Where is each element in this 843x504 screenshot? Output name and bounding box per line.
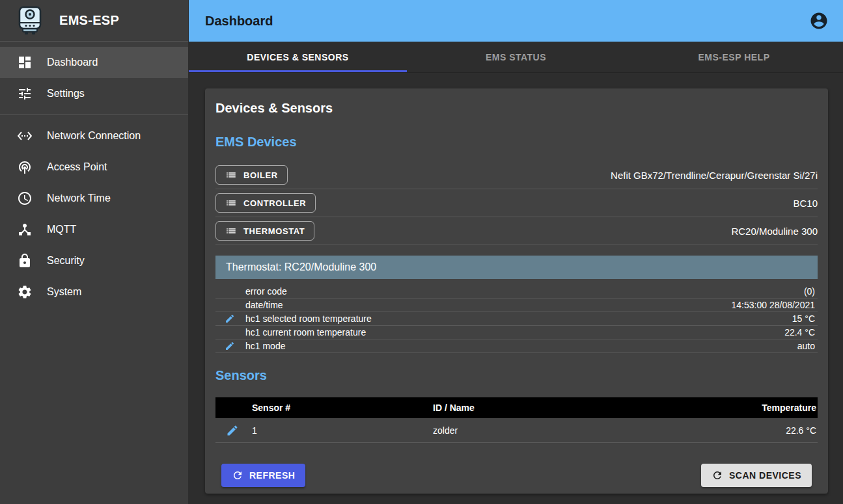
sensor-table-header: Sensor # ID / Name Temperature (215, 397, 818, 418)
sidebar-item-label: Security (47, 255, 85, 267)
devices-sensors-card: Devices & Sensors EMS Devices BOILER Nef… (205, 88, 828, 494)
refresh-icon (232, 470, 243, 481)
ethernet-icon (17, 128, 33, 144)
tabbar: DEVICES & SENSORS EMS STATUS EMS-ESP HEL… (189, 42, 843, 73)
device-button-label: CONTROLLER (243, 198, 306, 208)
app-title: EMS-ESP (59, 13, 119, 28)
tune-icon (17, 86, 33, 101)
wifi-tethering-icon (17, 159, 33, 175)
row-value: 15 °C (792, 313, 818, 324)
scan-devices-button[interactable]: SCAN DEVICES (701, 464, 812, 487)
device-list: BOILER Nefit GBx72/Trendline/Cerapur/Gre… (215, 161, 818, 245)
column-header-sensor: Sensor # (252, 403, 433, 413)
gear-icon (17, 284, 33, 300)
tab-ems-status[interactable]: EMS STATUS (407, 42, 625, 72)
thermostat-button[interactable]: THERMOSTAT (215, 221, 314, 241)
table-row: hc1 mode auto (215, 339, 818, 353)
device-button-label: THERMOSTAT (243, 226, 305, 236)
row-value: 14:53:00 28/08/2021 (732, 300, 818, 310)
sidebar-item-label: Access Point (47, 161, 107, 173)
tab-devices-sensors[interactable]: DEVICES & SENSORS (189, 42, 407, 72)
device-value: RC20/Moduline 300 (731, 226, 818, 237)
sensor-temperature: 22.6 °C (687, 425, 818, 436)
lock-icon (17, 253, 33, 269)
sensors-heading: Sensors (215, 366, 818, 384)
content: Devices & Sensors EMS Devices BOILER Nef… (189, 73, 843, 504)
card-title: Devices & Sensors (215, 99, 818, 117)
row-value: 22.4 °C (784, 327, 818, 338)
table-row: 1 zolder 22.6 °C (215, 418, 818, 443)
list-icon (225, 197, 237, 209)
edit-pencil-icon[interactable] (225, 341, 235, 351)
appbar: Dashboard (189, 0, 843, 42)
account-circle-icon[interactable] (809, 11, 829, 31)
list-icon (225, 169, 237, 181)
page-title: Dashboard (205, 14, 809, 29)
edit-cell (215, 341, 245, 351)
edit-pencil-icon[interactable] (225, 313, 235, 324)
edit-cell (215, 313, 245, 324)
row-label: hc1 current room temperature (245, 327, 784, 338)
list-icon (225, 225, 237, 237)
boiler-icon (17, 6, 43, 36)
thermostat-panel-header: Thermostat: RC20/Moduline 300 (215, 256, 818, 279)
thermostat-table: error code (0) date/time 14:53:00 28/08/… (215, 285, 818, 353)
sidebar-divider (0, 114, 188, 115)
device-value: Nefit GBx72/Trendline/Cerapur/Greenstar … (611, 170, 818, 181)
device-row-thermostat: THERMOSTAT RC20/Moduline 300 (215, 217, 818, 245)
sidebar-item-label: System (47, 286, 81, 298)
sidebar: EMS-ESP Dashboard Settings Network (0, 0, 189, 504)
clock-icon (17, 191, 33, 206)
sidebar-item-mqtt[interactable]: MQTT (0, 214, 188, 245)
ems-devices-heading: EMS Devices (215, 133, 818, 151)
ems-esp-app: EMS-ESP Dashboard Settings Network (0, 0, 843, 504)
column-header-temperature: Temperature (687, 403, 818, 413)
sidebar-item-label: Dashboard (47, 57, 98, 68)
device-row-boiler: BOILER Nefit GBx72/Trendline/Cerapur/Gre… (215, 161, 818, 189)
table-row: date/time 14:53:00 28/08/2021 (215, 298, 818, 312)
device-value: BC10 (793, 198, 818, 209)
sensor-name: zolder (433, 425, 687, 436)
sensor-number: 1 (252, 425, 433, 436)
edit-cell (215, 424, 252, 437)
column-header-id-name: ID / Name (433, 403, 687, 413)
sidebar-item-label: MQTT (47, 224, 76, 235)
refresh-icon (712, 470, 723, 481)
device-row-controller: CONTROLLER BC10 (215, 189, 818, 217)
device-button-label: BOILER (243, 170, 278, 180)
table-row: hc1 selected room temperature 15 °C (215, 312, 818, 326)
row-label: date/time (245, 300, 732, 310)
sidebar-item-network-connection[interactable]: Network Connection (0, 120, 188, 152)
row-value: auto (797, 341, 818, 351)
sidebar-item-label: Network Connection (47, 130, 141, 142)
table-row: hc1 current room temperature 22.4 °C (215, 326, 818, 339)
tab-ems-esp-help[interactable]: EMS-ESP HELP (625, 42, 843, 72)
scan-devices-button-label: SCAN DEVICES (729, 470, 801, 481)
device-hub-icon (17, 222, 33, 237)
sidebar-item-dashboard[interactable]: Dashboard (0, 47, 188, 78)
row-value: (0) (804, 286, 818, 297)
sidebar-item-label: Settings (47, 88, 85, 99)
sidebar-item-network-time[interactable]: Network Time (0, 183, 188, 214)
row-label: hc1 selected room temperature (245, 313, 792, 324)
sidebar-item-access-point[interactable]: Access Point (0, 152, 188, 183)
sidebar-item-security[interactable]: Security (0, 245, 188, 276)
edit-pencil-icon[interactable] (226, 424, 239, 437)
boiler-button[interactable]: BOILER (215, 165, 288, 185)
dashboard-icon (17, 55, 33, 70)
row-label: hc1 mode (245, 341, 797, 351)
refresh-button[interactable]: REFRESH (221, 464, 305, 487)
actions-row: REFRESH SCAN DEVICES (215, 464, 818, 487)
row-label: error code (245, 286, 804, 297)
controller-button[interactable]: CONTROLLER (215, 193, 316, 213)
sidebar-item-settings[interactable]: Settings (0, 78, 188, 109)
sidebar-header: EMS-ESP (0, 0, 188, 42)
sidebar-item-system[interactable]: System (0, 276, 188, 308)
refresh-button-label: REFRESH (249, 470, 295, 481)
main-area: Dashboard DEVICES & SENSORS EMS STATUS E… (189, 0, 843, 504)
sidebar-item-label: Network Time (47, 192, 111, 204)
sidebar-nav: Dashboard Settings Network Connection (0, 42, 188, 308)
table-row: error code (0) (215, 285, 818, 298)
sensor-table: Sensor # ID / Name Temperature 1 zolder … (215, 397, 818, 443)
